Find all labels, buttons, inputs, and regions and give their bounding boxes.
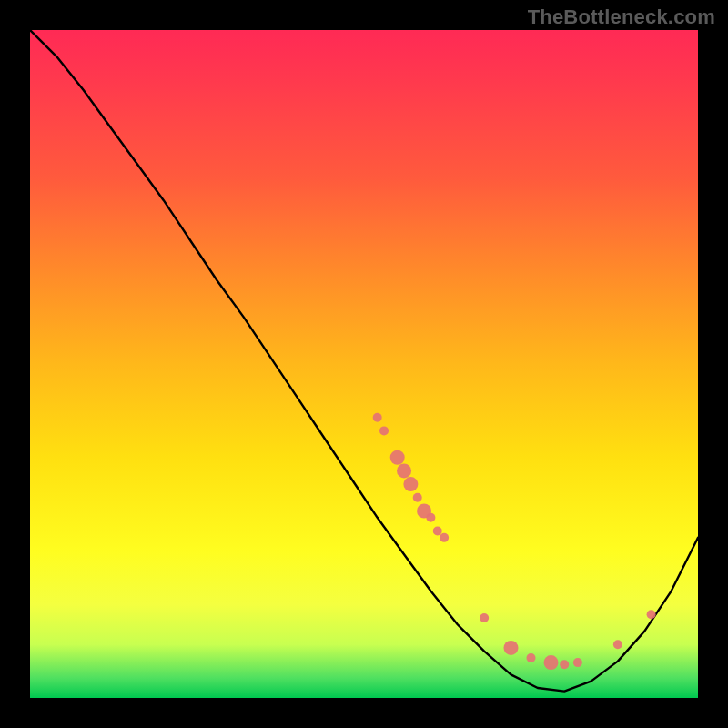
data-point <box>503 641 518 655</box>
data-point <box>573 658 582 667</box>
data-point <box>433 527 442 536</box>
branding-watermark: TheBottleneck.com <box>528 5 715 29</box>
data-point <box>403 477 418 491</box>
data-point <box>560 660 569 669</box>
data-point <box>413 493 422 502</box>
data-point <box>426 513 435 522</box>
data-point <box>613 640 622 649</box>
data-point <box>390 450 405 465</box>
data-point <box>480 613 489 622</box>
data-point <box>544 655 559 670</box>
plot-area <box>30 30 698 698</box>
data-point <box>379 426 389 435</box>
data-point <box>527 653 536 662</box>
marker-group <box>373 413 656 670</box>
data-point <box>397 463 411 478</box>
curve-line <box>30 30 698 692</box>
data-point <box>647 610 656 619</box>
chart-stage: TheBottleneck.com <box>0 0 728 728</box>
data-point <box>440 533 449 542</box>
chart-svg <box>30 30 698 698</box>
data-point <box>373 413 382 422</box>
